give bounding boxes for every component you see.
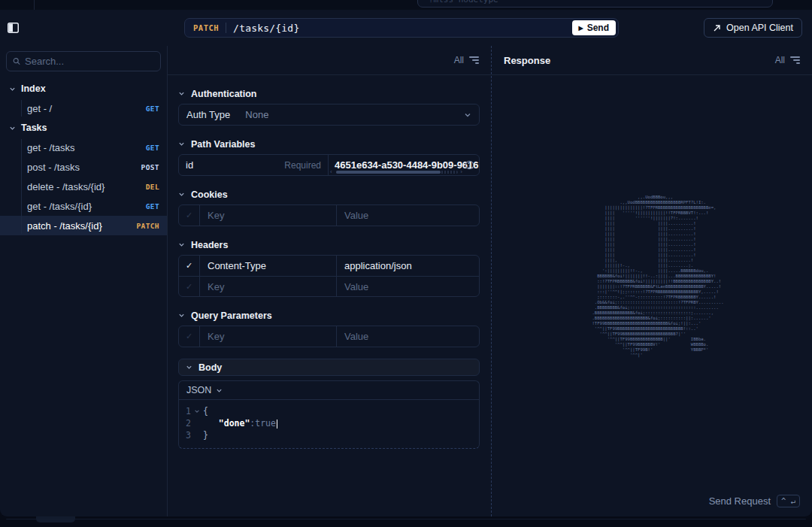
send-button[interactable]: ▶ Send (572, 20, 617, 35)
section-query-parameters[interactable]: Query Parameters (178, 309, 480, 322)
header-value-input[interactable] (344, 281, 471, 292)
value-scrollbar-thumb[interactable] (336, 171, 441, 174)
method-badge: GET (146, 144, 159, 152)
cookie-value-input[interactable] (344, 210, 471, 221)
auth-type-row[interactable]: Auth Type None (179, 104, 479, 125)
section-body[interactable]: Body (178, 359, 480, 376)
request-sections: Authentication Auth Type None (168, 75, 491, 449)
chevron-down-icon (9, 86, 16, 92)
code-line-3: 3 } (179, 429, 479, 441)
clipped-vertical-divider (34, 0, 35, 10)
path-variable-key: id (186, 159, 193, 171)
sidebar-toggle-icon[interactable] (8, 23, 19, 33)
request-path[interactable]: /tasks/{id} (233, 23, 299, 34)
section-title-label: Cookies (191, 189, 228, 200)
sidebar-item-delete-task[interactable]: delete - /tasks/{id} DEL (0, 177, 167, 196)
section-headers[interactable]: Headers (178, 238, 480, 251)
search-box[interactable] (6, 51, 161, 71)
request-panel: All Authentication Auth Type None (168, 46, 491, 516)
header-row-checkbox[interactable]: ✓ (179, 277, 200, 296)
section-path-variables[interactable]: Path Variables (178, 138, 480, 150)
cookies-box: ✓ (178, 204, 480, 226)
header-value-cell[interactable] (337, 277, 479, 296)
cookie-row-checkbox[interactable]: ✓ (179, 205, 200, 226)
header-key-cell[interactable]: Content-Type (200, 256, 337, 276)
method-badge: PATCH (136, 222, 159, 230)
section-authentication[interactable]: Authentication (178, 87, 480, 100)
path-variable-value-cell[interactable]: 4651e634-a530-4484-9b09-9616 ‹ › (329, 155, 479, 175)
query-key-input[interactable] (208, 331, 329, 342)
item-label: get - / (27, 103, 52, 114)
sidebar-item-get-root[interactable]: get - / GET (0, 98, 167, 118)
send-request-label: Send Request (709, 495, 771, 507)
sidebar-item-patch-task[interactable]: patch - /tasks/{id} PATCH (0, 216, 167, 235)
item-label: patch - /tasks/{id} (27, 220, 102, 232)
sidebar-group-tasks[interactable]: Tasks (0, 118, 167, 138)
section-cookies[interactable]: Cookies (178, 188, 480, 201)
line-number: 3 (179, 430, 191, 441)
header-row-empty: ✓ (179, 276, 479, 296)
open-api-client-label: Open API Client (726, 23, 793, 33)
query-value-input[interactable] (344, 331, 471, 342)
external-link-icon (713, 24, 721, 32)
cookie-key-input[interactable] (208, 210, 329, 221)
cookie-key-cell[interactable] (200, 205, 337, 226)
section-title-label: Headers (191, 240, 228, 250)
tasks-items: get - /tasks GET post - /tasks POST dele… (0, 138, 167, 235)
line-number: 1 (179, 406, 191, 416)
value-scrollbar[interactable] (336, 171, 458, 174)
sidebar-item-get-task[interactable]: get - /tasks/{id} GET (0, 196, 167, 216)
filter-icon (790, 56, 800, 64)
json-key: "done" (219, 418, 250, 429)
body-format-select[interactable]: JSON (179, 381, 479, 400)
cookie-value-cell[interactable] (337, 205, 479, 226)
header-key-cell[interactable] (200, 277, 337, 296)
section-title-label: Authentication (191, 89, 257, 99)
request-panel-header: All (168, 46, 491, 75)
method-badge: GET (146, 104, 159, 113)
request-filter[interactable]: All (454, 55, 479, 65)
open-api-client-button[interactable]: Open API Client (704, 18, 802, 38)
sidebar-item-get-tasks[interactable]: get - /tasks GET (0, 138, 167, 157)
scroll-right-arrow[interactable]: › (460, 168, 462, 175)
sidebar-item-post-tasks[interactable]: post - /tasks POST (0, 157, 167, 177)
code-text: { (203, 406, 208, 416)
fold-chevron-icon[interactable] (191, 408, 203, 414)
code-line-1: 1 { (179, 405, 479, 417)
text-cursor (277, 419, 277, 429)
query-key-cell[interactable] (200, 326, 337, 347)
main-layout: Index get - / GET Tasks get - /tasks GET (0, 46, 812, 516)
info-icon[interactable] (465, 160, 474, 170)
query-parameters-box: ✓ (178, 326, 480, 347)
top-clipped-strip: ?mlss nodetype (0, 0, 812, 10)
search-input[interactable] (25, 56, 154, 67)
body-format-value: JSON (186, 385, 211, 395)
scroll-left-arrow[interactable]: ‹ (330, 168, 332, 175)
request-address-bar[interactable]: PATCH /tasks/{id} ▶ Send (184, 18, 619, 38)
section-title-label: Query Parameters (191, 310, 272, 321)
headers-box: ✓ Content-Type application/json ✓ (178, 255, 480, 297)
chevron-down-icon (178, 191, 185, 198)
ascii-art: ,,.UodBBBou,,, .,,UodBBBBBBBBBBBBBBBBBBR… (592, 195, 723, 358)
chevron-down-icon (178, 90, 185, 97)
header-row-checkbox-checked[interactable]: ✓ (179, 256, 200, 276)
response-title: Response (504, 55, 550, 66)
path-variable-key-cell[interactable]: id Required (179, 155, 329, 175)
path-variable-value: 4651e634-a530-4484-9b09-9616 (335, 159, 479, 171)
required-label: Required (284, 160, 321, 171)
send-button-label: Send (587, 23, 609, 33)
header-key-input[interactable] (208, 281, 329, 292)
query-value-cell[interactable] (337, 326, 479, 347)
query-row-checkbox[interactable]: ✓ (179, 326, 200, 347)
clipped-panel-edge (6, 519, 806, 519)
sidebar-group-index[interactable]: Index (0, 79, 167, 98)
response-filter[interactable]: All (775, 55, 800, 65)
json-code-area[interactable]: 1 { 2 "done":true 3 (179, 400, 479, 448)
header-value-cell[interactable]: application/json (337, 256, 479, 276)
chevron-down-icon (216, 387, 223, 394)
method-badge: DEL (146, 183, 159, 191)
sidebar: Index get - / GET Tasks get - /tasks GET (0, 46, 168, 516)
index-items: get - / GET (0, 98, 167, 118)
item-label: get - /tasks (27, 142, 75, 153)
clipped-text: ?mlss nodetype (429, 0, 498, 5)
